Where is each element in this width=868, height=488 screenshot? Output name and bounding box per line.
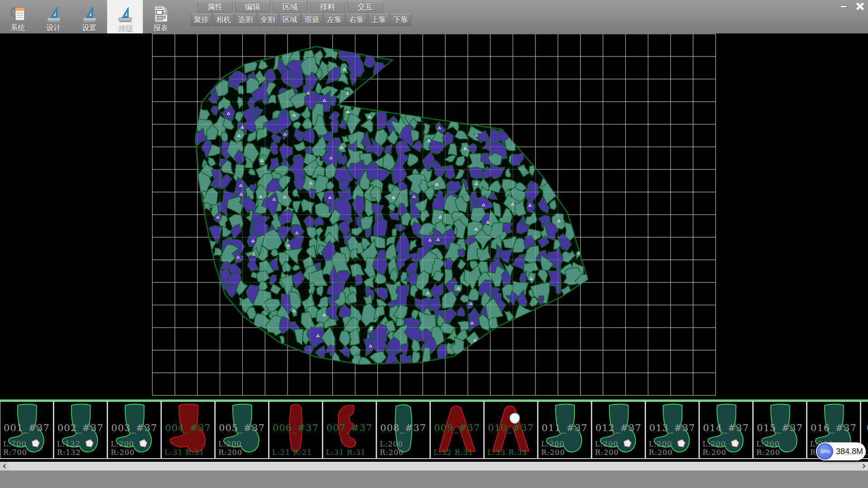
piece-lr-label: L:31 R:31: [326, 448, 366, 457]
tool-button-8[interactable]: 右靠: [346, 14, 367, 26]
main-button-label: 系统: [11, 24, 25, 32]
piece-cell-7[interactable]: 007_#37L:31 R:31: [323, 401, 377, 459]
piece-id-label: 003_#37: [108, 422, 160, 433]
scroll-left-button[interactable]: [0, 462, 9, 470]
piece-id-label: 015_#37: [754, 422, 806, 433]
piece-lr-label: L:200 R:200: [111, 440, 160, 457]
menu-tab-2[interactable]: 编辑: [235, 1, 270, 13]
system-gear-icon: [9, 5, 27, 23]
piece-cell-3[interactable]: 003_#37L:200 R:200: [108, 401, 161, 459]
piece-lr-label: L:200 R:200: [756, 440, 806, 457]
minimize-icon: [840, 5, 847, 8]
main-button-1[interactable]: 系统: [0, 0, 36, 33]
tool-button-2[interactable]: 相机: [213, 14, 234, 26]
chevron-left-icon: [3, 464, 7, 469]
piece-lr-label: L:200 R:200: [703, 440, 752, 457]
menu-tab-1[interactable]: 属性: [198, 1, 233, 13]
piece-lr-label: L:31 R:31: [165, 448, 204, 457]
close-button[interactable]: [853, 1, 867, 11]
memory-monitor-widget[interactable]: 38% 384.8M: [816, 442, 866, 460]
piece-lr-label: L:200 R:200: [218, 440, 268, 457]
main-button-label: 设计: [47, 24, 61, 32]
tool-button-3[interactable]: 选割: [235, 14, 256, 26]
piece-id-label: 005_#37: [216, 422, 268, 433]
piece-lr-label: L:33 R:33: [487, 448, 527, 457]
horizontal-scrollbar[interactable]: [0, 462, 868, 470]
piece-id-label: 011_#37: [538, 422, 591, 433]
piece-id-label: 012_#37: [592, 422, 645, 433]
main-button-label: 排版: [118, 24, 132, 32]
main-button-4[interactable]: 排版: [107, 0, 143, 33]
tool-button-row: 聚排相机选割全割区域瑕疵左靠右靠上靠下靠: [191, 14, 411, 26]
piece-lr-label: L:132 R:132: [57, 440, 107, 457]
piece-cell-12[interactable]: 012_#37L:200 R:200: [592, 401, 646, 459]
piece-id-label: 008_#37: [377, 422, 429, 433]
main-button-2[interactable]: 设计: [36, 0, 71, 33]
tool-button-5[interactable]: 区域: [279, 14, 301, 26]
nesting-canvas-svg[interactable]: [0, 33, 868, 399]
nesting-ruler-icon: [116, 5, 134, 23]
main-module-buttons: 系统设计设置排版报表: [0, 0, 179, 33]
piece-lr-label: L:700 R:700: [3, 440, 53, 457]
piece-lr-label: L:200 R:200: [541, 440, 591, 457]
piece-id-label: 007_#37: [323, 422, 376, 433]
tool-button-1[interactable]: 聚排: [191, 14, 212, 26]
main-button-3[interactable]: 设置: [71, 0, 107, 33]
report-document-icon: [152, 5, 170, 23]
status-bar: [0, 470, 868, 488]
piece-cell-1[interactable]: 001_#37L:700 R:700: [0, 401, 54, 459]
piece-cell-9[interactable]: 009_#37L:32 R:31: [430, 401, 484, 459]
pieces-thumbnail-strip: 001_#37L:700 R:700002_#37L:132 R:132003_…: [0, 399, 868, 459]
tool-button-9[interactable]: 上靠: [368, 14, 389, 26]
design-ruler-icon: [45, 5, 63, 23]
nesting-canvas-area[interactable]: [0, 33, 868, 399]
settings-ruler-icon: [80, 5, 99, 23]
tool-button-10[interactable]: 下靠: [390, 14, 411, 26]
piece-id-label: 006_#37: [269, 422, 322, 433]
piece-cell-14[interactable]: 014_#37L:200 R:200: [699, 401, 753, 459]
window-controls: [837, 1, 867, 11]
piece-cell-6[interactable]: 006_#37L:21 R:21: [269, 401, 323, 459]
chevron-right-icon: [861, 464, 865, 469]
menu-tab-3[interactable]: 区域: [273, 1, 308, 13]
piece-lr-label: L:200 R:200: [595, 440, 645, 457]
piece-lr-label: L:200 R:200: [649, 440, 698, 457]
tool-button-6[interactable]: 瑕疵: [302, 14, 323, 26]
main-button-5[interactable]: 报表: [143, 0, 179, 33]
ribbon-toolbar: 系统设计设置排版报表 属性编辑区域排料交互 聚排相机选割全割区域瑕疵左靠右靠上靠…: [0, 0, 868, 33]
minimize-button[interactable]: [837, 1, 850, 11]
piece-lr-label: L:200 R:200: [380, 440, 429, 457]
piece-cell-10[interactable]: 010_#37L:33 R:33: [484, 401, 538, 459]
memory-value-label: 384.8M: [833, 447, 866, 456]
piece-lr-label: L:21 R:21: [272, 448, 312, 457]
piece-cell-2[interactable]: 002_#37L:132 R:132: [54, 401, 108, 459]
piece-id-label: 001_#37: [0, 422, 53, 433]
piece-cell-11[interactable]: 011_#37L:200 R:200: [538, 401, 592, 459]
piece-id-label: 014_#37: [700, 422, 752, 433]
scroll-right-button[interactable]: [859, 462, 868, 470]
piece-id-label: 009_#37: [431, 422, 483, 433]
memory-percent-badge: 38%: [817, 443, 833, 460]
main-button-label: 设置: [82, 24, 97, 32]
tool-button-7[interactable]: 左靠: [324, 14, 345, 26]
piece-cell-15[interactable]: 015_#37L:200 R:200: [753, 401, 807, 459]
main-button-label: 报表: [154, 24, 168, 32]
menu-tab-5[interactable]: 交互: [348, 1, 383, 13]
menu-tab-row: 属性编辑区域排料交互: [198, 1, 383, 13]
piece-lr-label: L:32 R:31: [434, 448, 473, 457]
piece-cell-13[interactable]: 013_#37L:200 R:200: [646, 401, 699, 459]
piece-cell-4[interactable]: 004_#37L:31 R:31: [161, 401, 215, 459]
piece-id-label: 0: [861, 422, 868, 433]
piece-id-label: 016_#37: [807, 422, 860, 433]
tool-button-4[interactable]: 全割: [257, 14, 278, 26]
piece-id-label: 010_#37: [485, 422, 537, 433]
piece-id-label: 004_#37: [162, 422, 214, 433]
piece-cell-8[interactable]: 008_#37L:200 R:200: [377, 401, 430, 459]
piece-cell-5[interactable]: 005_#37L:200 R:200: [215, 401, 269, 459]
piece-id-label: 002_#37: [54, 422, 107, 433]
close-icon: [856, 2, 864, 10]
piece-id-label: 013_#37: [646, 422, 698, 433]
menu-tab-4[interactable]: 排料: [310, 1, 345, 13]
